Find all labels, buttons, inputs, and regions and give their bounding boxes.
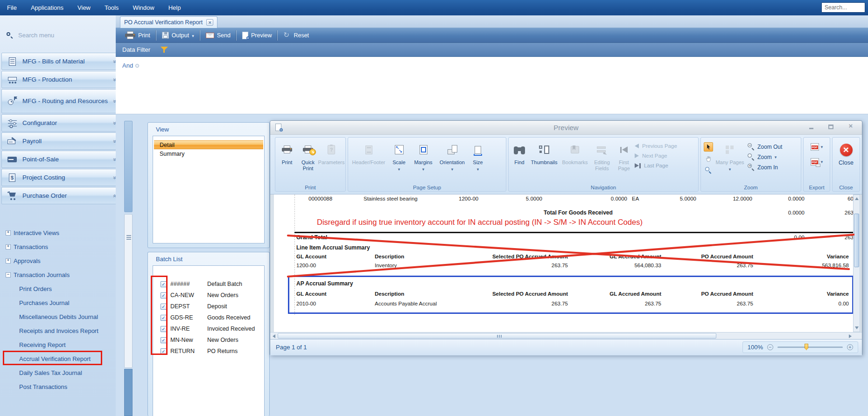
filter-operator[interactable]: And bbox=[122, 62, 133, 69]
batch-row[interactable]: GDS-REGoods Received bbox=[153, 313, 264, 322]
scroll-down-icon[interactable] bbox=[855, 326, 859, 329]
maximize-icon[interactable] bbox=[826, 123, 836, 131]
menu-applications[interactable]: Applications bbox=[24, 0, 70, 15]
menu-help[interactable]: Help bbox=[161, 0, 188, 15]
reset-button[interactable]: Reset bbox=[279, 29, 314, 42]
batch-row[interactable]: MN-NewNew Orders bbox=[153, 336, 264, 344]
add-condition-icon[interactable] bbox=[135, 64, 139, 68]
tab-close-icon[interactable] bbox=[206, 19, 213, 26]
print-button[interactable]: Print bbox=[120, 29, 155, 42]
zoom-tool-button[interactable] bbox=[704, 166, 713, 175]
sidebar-item-print-orders[interactable]: Print Orders bbox=[19, 284, 52, 294]
expand-icon[interactable] bbox=[6, 244, 11, 250]
scroll-left-icon[interactable] bbox=[273, 334, 275, 338]
sidebar-item-interactive-views[interactable]: Interactive Views bbox=[6, 228, 59, 238]
zoom-out-icon[interactable] bbox=[767, 344, 773, 350]
report-horizontal-scrollbar[interactable] bbox=[270, 332, 862, 339]
ribbon-zoom-button[interactable]: Zoom bbox=[748, 153, 782, 160]
expand-icon[interactable] bbox=[6, 230, 11, 236]
sidebar-item-receiving-report[interactable]: Receiving Report bbox=[19, 340, 66, 350]
sidebar-item-transactions[interactable]: Transactions bbox=[6, 242, 48, 252]
menu-file[interactable]: File bbox=[0, 0, 24, 15]
sidebar-item-receipts-and-invoices-report[interactable]: Receipts and Invoices Report bbox=[19, 326, 98, 336]
printer-icon bbox=[282, 146, 292, 154]
size-icon bbox=[475, 146, 481, 154]
ribbon-thumbnails-button[interactable]: Thumbnails bbox=[529, 140, 559, 181]
batch-row[interactable]: ######Default Batch bbox=[153, 280, 264, 288]
preview-titlebar[interactable]: Preview bbox=[270, 121, 862, 135]
scroll-up-icon[interactable] bbox=[855, 197, 859, 200]
sidebar-module-production[interactable]: MFG - Production bbox=[1, 71, 121, 88]
panel-splitter[interactable] bbox=[123, 114, 133, 416]
sidebar-item-purchases-journal[interactable]: Purchases Journal bbox=[19, 298, 70, 308]
ribbon-margins-button[interactable]: Margins bbox=[411, 140, 436, 181]
sidebar-search-input[interactable] bbox=[17, 31, 106, 39]
zoom-in-icon[interactable] bbox=[847, 344, 853, 350]
ribbon-close-button[interactable]: Close bbox=[834, 140, 858, 181]
ribbon-scale-button[interactable]: Scale bbox=[388, 140, 410, 181]
sidebar-search[interactable] bbox=[7, 31, 114, 39]
data-filter-bar[interactable]: Data Filter bbox=[116, 43, 868, 57]
pointer-tool-button[interactable] bbox=[704, 142, 713, 152]
preview-button[interactable]: Preview bbox=[238, 29, 276, 42]
horizontal-scroll-thumb[interactable] bbox=[278, 333, 716, 339]
batch-row[interactable]: RETURNPO Returns bbox=[153, 347, 264, 355]
group-label: Zoom bbox=[701, 185, 801, 190]
sidebar-module-routing-resources[interactable]: MFG - Routing and Resources bbox=[1, 89, 121, 113]
expand-icon[interactable] bbox=[6, 258, 11, 263]
ribbon-many-pages-button: Many Pages bbox=[715, 140, 745, 181]
sidebar-module-configurator[interactable]: Configurator bbox=[1, 114, 121, 132]
export-send-pdf-button[interactable] bbox=[809, 157, 825, 166]
send-button[interactable]: Send bbox=[201, 29, 235, 42]
batch-description: Deposit bbox=[207, 303, 227, 310]
ribbon-orientation-button[interactable]: Orientation bbox=[437, 140, 468, 181]
view-option-detail[interactable]: Detail bbox=[154, 140, 263, 149]
splitter-scroll-lower[interactable] bbox=[124, 369, 133, 416]
ribbon-find-button[interactable]: Find bbox=[511, 140, 528, 181]
global-search-input[interactable] bbox=[821, 2, 865, 13]
sidebar-module-purchase-order[interactable]: Purchase Order bbox=[1, 187, 121, 204]
menu-view[interactable]: View bbox=[70, 0, 98, 15]
button-label: Close bbox=[839, 159, 854, 166]
ribbon-size-button[interactable]: Size bbox=[469, 140, 487, 181]
ribbon-zoom-out-button[interactable]: −Zoom Out bbox=[748, 143, 782, 150]
vertical-scroll-thumb[interactable] bbox=[854, 214, 859, 267]
sidebar-module-payroll[interactable]: Payroll bbox=[1, 132, 121, 150]
splitter-grip-icon bbox=[126, 235, 131, 236]
ribbon-print-button[interactable]: Print bbox=[277, 140, 297, 181]
view-option-summary[interactable]: Summary bbox=[154, 149, 263, 158]
sidebar-item-post-transactions[interactable]: Post Transactions bbox=[19, 381, 67, 392]
menu-tools[interactable]: Tools bbox=[98, 0, 126, 15]
view-panel: View Detail Summary bbox=[147, 122, 270, 248]
scroll-right-icon[interactable] bbox=[849, 334, 852, 338]
batch-row[interactable]: INV-REInvoiced Received bbox=[153, 325, 264, 333]
zoom-slider-thumb[interactable] bbox=[805, 344, 808, 350]
minimize-icon[interactable] bbox=[807, 123, 816, 131]
sidebar-item-miscellaneous-debits-journal[interactable]: Miscellaneous Debits Journal bbox=[19, 312, 98, 322]
tab-po-accrual-verification-report[interactable]: PO Accrual Verification Report bbox=[120, 16, 217, 28]
sidebar-item-transaction-journals[interactable]: Transaction Journals bbox=[6, 270, 70, 280]
view-list: Detail Summary bbox=[153, 136, 265, 243]
sidebar-module-point-of-sale[interactable]: Point-of-Sale bbox=[1, 151, 121, 168]
splitter-track[interactable] bbox=[124, 214, 133, 368]
export-pdf-button[interactable] bbox=[809, 142, 825, 152]
batch-row[interactable]: CA-NEWNew Orders bbox=[153, 291, 264, 299]
output-button[interactable]: Output bbox=[157, 29, 199, 42]
window-title: Preview bbox=[270, 124, 862, 132]
splitter-scroll-thumb[interactable] bbox=[124, 121, 133, 212]
editing-fields-icon bbox=[597, 146, 607, 154]
batch-row[interactable]: DEPSTDeposit bbox=[153, 302, 264, 311]
menu-window[interactable]: Window bbox=[126, 0, 161, 15]
close-icon[interactable] bbox=[846, 123, 855, 131]
ribbon-quick-print-button[interactable]: Quick Print bbox=[298, 140, 318, 181]
tree-label: Purchases Journal bbox=[19, 299, 70, 306]
sidebar-item-approvals[interactable]: Approvals bbox=[6, 256, 41, 266]
zoom-slider[interactable] bbox=[777, 347, 843, 348]
sidebar-module-bills-of-material[interactable]: MFG - Bills of Material bbox=[1, 53, 121, 70]
sidebar-module-project-costing[interactable]: Project Costing bbox=[1, 169, 121, 186]
sidebar-item-daily-sales-tax-journal[interactable]: Daily Sales Tax Journal bbox=[19, 367, 82, 378]
hand-tool-button[interactable] bbox=[704, 154, 713, 163]
collapse-icon[interactable] bbox=[6, 272, 11, 277]
button-label: Scale bbox=[392, 159, 406, 166]
ribbon-zoom-in-button[interactable]: +Zoom In bbox=[748, 164, 782, 171]
